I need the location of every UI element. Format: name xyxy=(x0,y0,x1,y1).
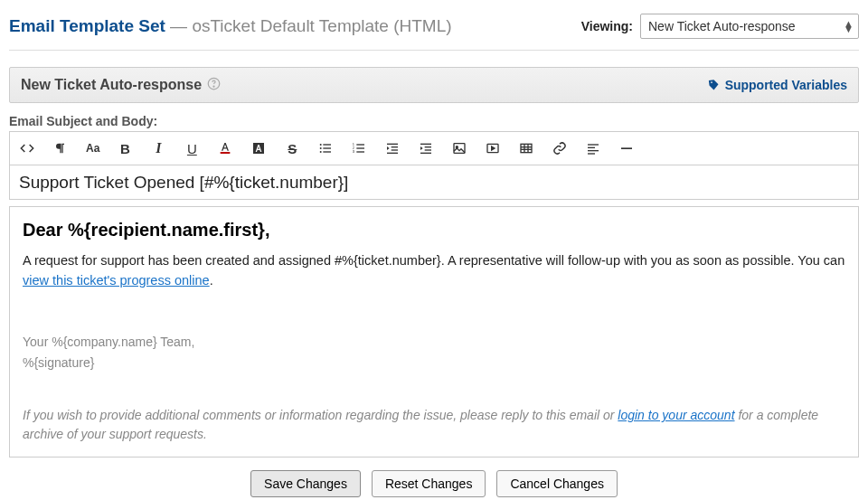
svg-rect-9 xyxy=(324,151,332,152)
page-title: Email Template Set — osTicket Default Te… xyxy=(9,16,452,36)
code-view-icon[interactable] xyxy=(19,140,35,156)
svg-rect-34 xyxy=(588,150,599,151)
bold-icon[interactable]: B xyxy=(117,140,133,156)
strikethrough-icon[interactable]: S xyxy=(284,140,300,156)
bullet-list-icon[interactable] xyxy=(317,140,334,156)
text-color-icon[interactable] xyxy=(217,140,233,156)
svg-point-6 xyxy=(320,151,322,153)
indent-icon[interactable] xyxy=(418,140,434,156)
svg-rect-27 xyxy=(521,144,532,152)
svg-rect-36 xyxy=(621,147,632,149)
progress-link[interactable]: view this ticket's progress online xyxy=(23,273,210,288)
svg-rect-3 xyxy=(253,143,264,154)
subject-input[interactable] xyxy=(9,165,859,200)
editor-greeting: Dear %{recipient.name.first}, xyxy=(23,220,845,241)
viewing-label: Viewing: xyxy=(581,19,633,33)
editor-body: A request for support has been created a… xyxy=(23,251,845,291)
footer-block: If you wish to provide additional commen… xyxy=(23,406,845,444)
svg-point-5 xyxy=(320,147,322,149)
help-icon[interactable] xyxy=(207,77,221,93)
viewing-controls: Viewing: New Ticket Auto-response ▲▼ xyxy=(581,14,859,39)
svg-rect-22 xyxy=(425,149,431,150)
horizontal-rule-icon[interactable] xyxy=(618,140,635,156)
svg-point-1 xyxy=(213,86,214,87)
reset-button[interactable]: Reset Changes xyxy=(372,470,486,497)
highlight-icon[interactable] xyxy=(250,140,267,156)
align-icon[interactable] xyxy=(585,140,601,156)
save-button[interactable]: Save Changes xyxy=(250,470,361,497)
svg-rect-13 xyxy=(357,144,365,145)
link-icon[interactable] xyxy=(552,140,568,156)
font-icon[interactable]: Aa xyxy=(86,140,99,156)
italic-icon[interactable]: I xyxy=(150,140,166,156)
login-link[interactable]: login to your account xyxy=(618,408,734,422)
svg-rect-17 xyxy=(392,146,398,147)
svg-rect-35 xyxy=(588,153,595,154)
cancel-button[interactable]: Cancel Changes xyxy=(496,470,618,497)
svg-rect-18 xyxy=(392,149,398,150)
image-icon[interactable] xyxy=(451,140,467,156)
section-header: New Ticket Auto-response Supported Varia… xyxy=(9,67,859,103)
subject-body-label: Email Subject and Body: xyxy=(9,114,859,128)
svg-rect-20 xyxy=(420,144,431,145)
svg-rect-16 xyxy=(387,144,398,145)
svg-rect-15 xyxy=(357,151,365,152)
paragraph-icon[interactable] xyxy=(52,140,69,156)
svg-rect-33 xyxy=(588,147,595,148)
page-header: Email Template Set — osTicket Default Te… xyxy=(9,9,859,51)
supported-variables-link[interactable]: Supported Variables xyxy=(707,78,847,92)
section-title: New Ticket Auto-response xyxy=(21,77,221,93)
svg-rect-8 xyxy=(324,147,332,148)
svg-rect-21 xyxy=(425,146,431,147)
email-body-editor[interactable]: Dear %{recipient.name.first}, A request … xyxy=(9,206,859,458)
svg-rect-14 xyxy=(357,147,365,148)
signature-block: Your %{company.name} Team, %{signature} xyxy=(23,332,845,375)
video-icon[interactable] xyxy=(485,140,501,156)
underline-icon[interactable]: U xyxy=(184,140,200,156)
svg-rect-7 xyxy=(324,144,332,145)
template-select[interactable]: New Ticket Auto-response xyxy=(640,14,859,39)
page-title-main: Email Template Set xyxy=(9,16,165,35)
svg-rect-32 xyxy=(588,144,599,145)
svg-text:3: 3 xyxy=(353,149,355,154)
number-list-icon[interactable]: 123 xyxy=(351,140,367,156)
editor-toolbar: Aa B I U S 123 xyxy=(9,131,859,165)
template-select-wrap[interactable]: New Ticket Auto-response ▲▼ xyxy=(640,14,859,39)
outdent-icon[interactable] xyxy=(384,140,401,156)
table-icon[interactable] xyxy=(518,140,534,156)
svg-rect-19 xyxy=(387,153,398,154)
svg-rect-23 xyxy=(420,153,431,154)
action-buttons: Save Changes Reset Changes Cancel Change… xyxy=(9,470,859,497)
svg-point-4 xyxy=(320,144,322,146)
svg-rect-2 xyxy=(221,152,231,154)
page-title-sub: — osTicket Default Template (HTML) xyxy=(170,16,451,35)
